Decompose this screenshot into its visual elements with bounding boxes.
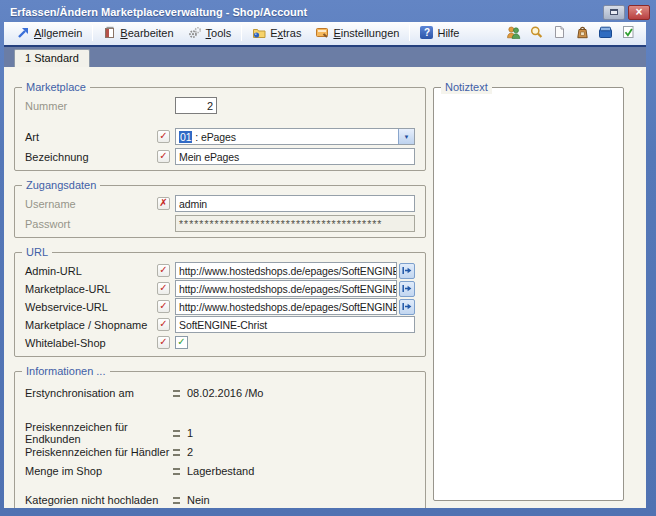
gears-icon [188,26,202,39]
equals-icon [173,430,180,437]
combo-rest: : ePages [192,131,235,143]
confirm-document-button[interactable] [618,23,638,43]
shopping-bag-icon [575,25,590,41]
users-button[interactable] [503,23,523,43]
menu-tools[interactable]: Tools [181,24,239,41]
edit-notebook-icon [103,26,116,39]
group-title: Marketplace [22,80,90,94]
group-title: Notiztext [441,80,492,94]
info-label: Menge im Shop [25,465,171,477]
equals-icon [173,390,180,397]
nummer-field[interactable]: 2 [175,97,217,114]
passwort-label: Passwort [25,218,157,230]
bezeichnung-label: Bezeichnung [25,151,157,163]
help-icon [420,26,433,39]
tab-standard[interactable]: 1 Standard [14,49,90,67]
menu-label: Einstellungen [333,27,399,39]
menu-extras[interactable]: Extras [245,24,308,41]
toolbar: Allgemein Bearbeiten Tools E [4,22,646,47]
arrow-up-right-icon [17,26,30,39]
menu-label: Allgemein [34,27,82,39]
webservice-url-field[interactable]: http://www.hostedshops.de/epages/SoftENG… [175,298,397,315]
settings-panel-icon [315,26,329,39]
username-label: Username [25,198,157,210]
search-button[interactable] [526,23,546,43]
toolbar-separator [92,25,93,41]
webservice-url-check-button[interactable] [157,300,170,313]
chevron-down-icon[interactable] [398,129,414,144]
menu-label: Tools [206,27,232,39]
notiztext-textarea[interactable] [438,92,619,496]
marketplace-url-open-button[interactable] [399,281,415,297]
menu-hilfe[interactable]: Hilfe [413,24,466,41]
shopname-field[interactable]: SoftENGINE-Christ [175,316,415,333]
equals-icon [173,497,180,504]
marketplace-url-field[interactable]: http://www.hostedshops.de/epages/SoftENG… [175,280,397,297]
info-value: 1 [187,427,193,439]
group-zugangsdaten: Zugangsdaten Username admin Passwort ***… [14,185,426,238]
info-label: Preiskennzeichen für Endkunden [25,421,171,445]
marketplace-url-check-button[interactable] [157,282,170,295]
restore-icon [610,9,618,15]
whitelabel-label: Whitelabel-Shop [25,337,157,349]
bezeichnung-field[interactable]: Mein ePages [175,148,415,165]
shop-bag-button[interactable] [572,23,592,43]
toolbar-separator [409,25,410,41]
equals-icon [173,449,180,456]
whitelabel-checkbox[interactable] [175,336,188,349]
username-field[interactable]: admin [175,195,415,212]
info-value: 2 [187,446,193,458]
restore-button[interactable] [603,5,625,20]
admin-url-check-button[interactable] [157,264,170,277]
art-combobox[interactable]: 01 : ePages [175,128,415,145]
nummer-label: Nummer [25,100,157,112]
menu-label: Extras [270,27,301,39]
dialog-window: Erfassen/Ändern Marketplaceverwaltung - … [0,0,656,516]
menu-allgemein[interactable]: Allgemein [10,24,89,41]
toolbar-separator [241,25,242,41]
bezeichnung-check-button[interactable] [157,150,170,163]
info-label: Kategorien nicht hochladen [25,494,171,506]
open-link-icon [402,301,412,313]
archive-button[interactable] [595,23,615,43]
new-document-button[interactable] [549,23,569,43]
titlebar: Erfassen/Ändern Marketplaceverwaltung - … [0,0,656,22]
window-title: Erfassen/Ändern Marketplaceverwaltung - … [10,6,603,18]
form-content: Marketplace Nummer 2 Art 01 : ePages [4,67,646,508]
close-button[interactable] [628,5,650,20]
shopname-label: Marketplace / Shopname [25,319,157,331]
folder-info-icon [252,26,266,39]
group-url: URL Admin-URL http://www.hostedshops.de/… [14,252,426,357]
webservice-url-open-button[interactable] [399,299,415,315]
info-value: 08.02.2016 /Mo [187,387,263,399]
info-label: Erstynchronisation am [25,387,171,399]
menu-label: Hilfe [437,27,459,39]
admin-url-field[interactable]: http://www.hostedshops.de/epages/SoftENG… [175,262,397,279]
open-link-icon [402,283,412,295]
group-marketplace: Marketplace Nummer 2 Art 01 : ePages [14,87,426,171]
group-title: URL [22,245,52,259]
group-title: Zugangsdaten [22,178,100,192]
document-check-icon [621,25,636,41]
group-informationen: Informationen ... Erstynchronisation am … [14,371,426,508]
users-icon [506,25,521,41]
open-link-icon [402,265,412,277]
search-icon [529,25,544,41]
menu-einstellungen[interactable]: Einstellungen [308,24,406,41]
webservice-url-label: Webservice-URL [25,301,157,313]
combo-selected-code: 01 [179,131,192,143]
art-check-button[interactable] [157,130,170,143]
art-label: Art [25,131,157,143]
blank-document-icon [552,25,567,41]
menu-bearbeiten[interactable]: Bearbeiten [96,24,180,41]
group-title: Informationen ... [22,364,110,378]
menu-label: Bearbeiten [120,27,173,39]
archive-box-icon [598,25,613,41]
username-clear-button[interactable] [157,197,170,210]
passwort-field: **************************************** [175,215,415,232]
admin-url-open-button[interactable] [399,263,415,279]
whitelabel-check-button[interactable] [157,336,170,349]
shopname-check-button[interactable] [157,318,170,331]
equals-icon [173,468,180,475]
tab-strip: 1 Standard [4,47,646,67]
